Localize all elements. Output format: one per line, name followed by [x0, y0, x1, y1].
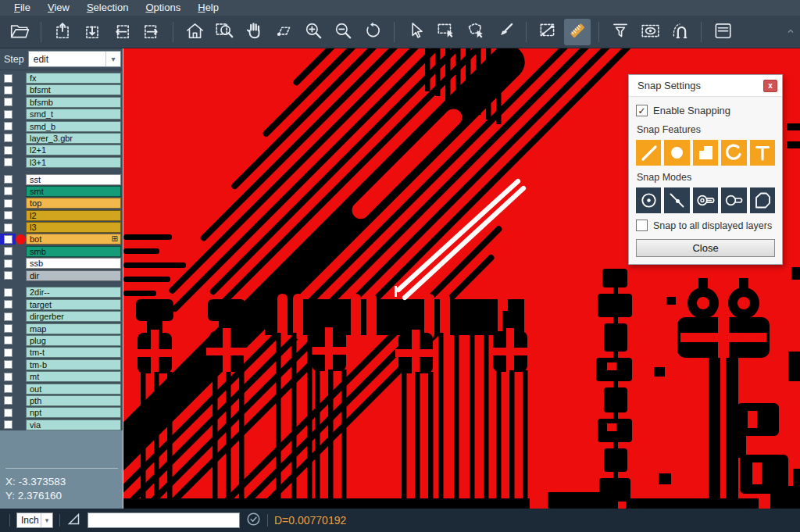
layer-visibility-checkbox[interactable]: [0, 359, 16, 370]
layer-visibility-checkbox[interactable]: [0, 222, 16, 233]
snap-mode-polygon-button[interactable]: [750, 187, 775, 213]
select-rectangle-button[interactable]: [432, 19, 459, 45]
snap-mode-pad-entry-button[interactable]: [693, 187, 718, 213]
layer-visibility-checkbox[interactable]: [0, 258, 16, 269]
layer-chip[interactable]: target: [26, 299, 121, 310]
snap-feature-line-button[interactable]: [636, 140, 661, 166]
layer-row-smd_b[interactable]: smd_b: [0, 121, 123, 132]
layer-chip[interactable]: tm-t: [26, 347, 121, 358]
menu-file[interactable]: File: [6, 0, 38, 16]
layer-visibility-checkbox[interactable]: [0, 407, 16, 418]
layer-chip[interactable]: fx: [26, 73, 121, 84]
layer-chip[interactable]: smd_b: [26, 121, 121, 132]
layer-row-target[interactable]: target: [0, 299, 123, 310]
layer-chip[interactable]: dir: [26, 270, 121, 281]
filter-button[interactable]: [607, 19, 634, 45]
layer-visibility-checkbox[interactable]: [0, 234, 16, 245]
layer-chip[interactable]: ssb: [26, 258, 121, 269]
zoom-window-button[interactable]: [211, 19, 238, 45]
layer-row-smb[interactable]: smb: [0, 246, 123, 257]
refresh-check-icon[interactable]: [246, 512, 261, 530]
layer-visibility-checkbox[interactable]: [0, 73, 16, 84]
layer-row-mt[interactable]: mt: [0, 371, 123, 382]
layer-visibility-checkbox[interactable]: [0, 210, 16, 221]
snap-all-layers-checkbox[interactable]: [636, 220, 648, 231]
import-left-button[interactable]: [109, 19, 135, 45]
layer-chip[interactable]: layer_3.gbr: [26, 133, 121, 144]
layer-visibility-checkbox[interactable]: [0, 97, 16, 108]
menu-selection[interactable]: Selection: [79, 0, 136, 16]
grid-icon[interactable]: ⊞: [112, 235, 118, 243]
zoom-reset-button[interactable]: [359, 19, 386, 45]
layer-chip[interactable]: bfsmt: [26, 84, 121, 95]
view-options-button[interactable]: [637, 19, 663, 45]
layer-visibility-checkbox[interactable]: [0, 246, 16, 257]
layer-chip[interactable]: sst: [26, 174, 121, 185]
snap-magnet-button[interactable]: [666, 19, 693, 45]
layer-row-sst[interactable]: sst: [0, 174, 123, 185]
home-view-button[interactable]: [181, 19, 208, 45]
layer-row-smt[interactable]: smt: [0, 186, 123, 197]
layer-chip[interactable]: l3: [26, 222, 121, 233]
layer-visibility-checkbox[interactable]: [0, 270, 16, 281]
layer-chip[interactable]: map: [26, 323, 121, 334]
layer-visibility-checkbox[interactable]: [0, 299, 16, 310]
layer-visibility-checkbox[interactable]: [0, 311, 16, 322]
layer-visibility-checkbox[interactable]: [0, 198, 16, 209]
snap-mode-center-button[interactable]: [636, 187, 661, 213]
layer-visibility-checkbox[interactable]: [0, 121, 16, 132]
layer-visibility-checkbox[interactable]: [0, 384, 16, 395]
layer-chip[interactable]: l2: [26, 210, 121, 221]
layer-row-dirgerber[interactable]: dirgerber: [0, 311, 123, 322]
layer-visibility-checkbox[interactable]: [0, 133, 16, 144]
layer-row-pth[interactable]: pth: [0, 395, 123, 406]
import-down-button[interactable]: [79, 19, 105, 45]
layer-chip[interactable]: dirgerber: [26, 311, 121, 322]
layer-row-ssb[interactable]: ssb: [0, 258, 123, 269]
layer-chip[interactable]: via: [26, 420, 121, 430]
snap-feature-text-button[interactable]: [750, 140, 775, 166]
layer-row-bfsmb[interactable]: bfsmb: [0, 97, 123, 108]
layer-chip[interactable]: smb: [26, 246, 121, 257]
layer-row-layer_3.gbr[interactable]: layer_3.gbr: [0, 133, 123, 144]
import-right-button[interactable]: [138, 19, 165, 45]
enable-snapping-checkbox[interactable]: ✓: [636, 105, 648, 116]
menu-options[interactable]: Options: [138, 0, 188, 16]
layer-row-top[interactable]: top: [0, 198, 123, 209]
select-cursor-button[interactable]: [402, 19, 429, 45]
layer-chip[interactable]: 2dir--: [26, 287, 121, 298]
zoom-out-button[interactable]: [330, 19, 356, 45]
layer-visibility-checkbox[interactable]: [0, 371, 16, 382]
measure-line-button[interactable]: [534, 19, 561, 45]
layer-row-tm-b[interactable]: tm-b: [0, 359, 123, 370]
step-dropdown[interactable]: edit ▾: [28, 51, 121, 67]
layer-chip[interactable]: top: [26, 198, 121, 209]
layer-visibility-checkbox[interactable]: [0, 145, 16, 155]
layer-row-plug[interactable]: plug: [0, 335, 123, 346]
unit-dropdown[interactable]: Inch ▾: [16, 512, 53, 528]
layer-visibility-checkbox[interactable]: [0, 335, 16, 346]
layer-visibility-checkbox[interactable]: [0, 157, 16, 168]
transform-shape-button[interactable]: [270, 19, 297, 45]
layer-row-tm-t[interactable]: tm-t: [0, 347, 123, 358]
import-up-button[interactable]: [49, 19, 76, 45]
layer-row-npt[interactable]: npt: [0, 407, 123, 418]
snap-feature-arc-button[interactable]: [721, 140, 746, 166]
dialog-close-button[interactable]: Close: [636, 239, 775, 257]
layer-chip[interactable]: bot⊞: [26, 234, 121, 245]
layer-row-map[interactable]: map: [0, 323, 123, 334]
layer-row-bot[interactable]: bot⊞: [0, 234, 123, 245]
layer-chip[interactable]: smt: [26, 186, 121, 197]
layer-chip[interactable]: l2+1: [26, 145, 121, 155]
layer-chip[interactable]: out: [26, 384, 121, 395]
pan-hand-button[interactable]: [241, 19, 267, 45]
layer-chip[interactable]: bfsmb: [26, 97, 121, 108]
panel-list-button[interactable]: [709, 19, 736, 45]
open-folder-button[interactable]: [6, 19, 33, 45]
dialog-close-x-button[interactable]: x: [763, 80, 777, 92]
menu-view[interactable]: View: [40, 0, 77, 16]
toolbar-overflow-chevron[interactable]: [786, 25, 795, 39]
layer-chip[interactable]: l3+1: [26, 157, 121, 168]
layer-row-l3+1[interactable]: l3+1: [0, 157, 123, 168]
layer-visibility-checkbox[interactable]: [0, 420, 16, 430]
